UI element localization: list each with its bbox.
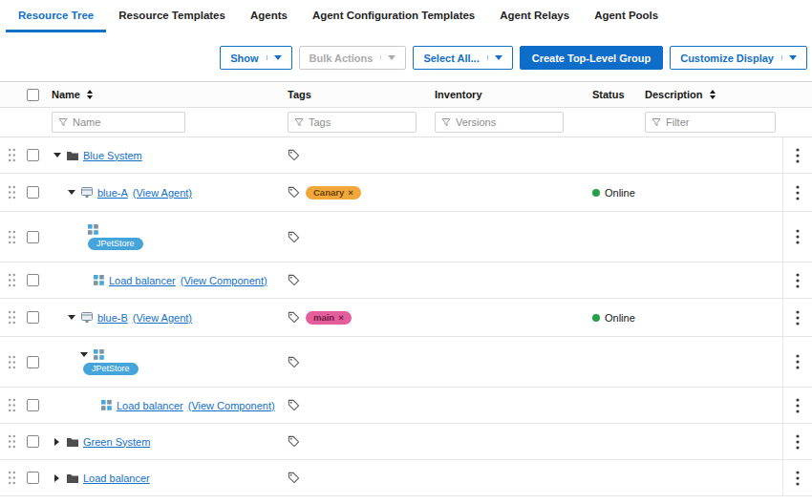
kebab-menu-icon[interactable] [796, 273, 800, 288]
tab-agents[interactable]: Agents [238, 0, 300, 32]
caret-down-icon[interactable] [66, 315, 76, 320]
tag-icon[interactable] [288, 231, 300, 243]
kebab-menu-icon[interactable] [796, 148, 800, 163]
row-actions-cell [782, 299, 812, 336]
sort-arrows-icon[interactable] [710, 90, 716, 99]
tag-icon[interactable] [288, 356, 300, 368]
row-checkbox[interactable] [27, 435, 39, 448]
kebab-menu-icon[interactable] [796, 185, 800, 200]
row-checkbox[interactable] [27, 274, 39, 286]
resource-name-link[interactable]: blue-A [97, 187, 128, 199]
component-icon [94, 275, 104, 285]
row-checkbox[interactable] [27, 356, 39, 368]
resource-name-link[interactable]: Load balancer [83, 472, 150, 484]
sort-arrows-icon[interactable] [87, 90, 93, 99]
inventory-cell [429, 299, 587, 336]
row-checkbox-cell [23, 212, 52, 262]
inventory-cell [429, 137, 587, 173]
kebab-menu-icon[interactable] [796, 310, 800, 326]
kebab-menu-icon[interactable] [796, 434, 800, 450]
inventory-cell [429, 460, 587, 495]
drag-handle[interactable] [0, 424, 23, 459]
kebab-menu-icon[interactable] [796, 398, 800, 413]
tab-agent-configuration-templates[interactable]: Agent Configuration Templates [300, 0, 487, 32]
create-top-level-group-button[interactable]: Create Top-Level Group [520, 46, 663, 70]
customize-display-button[interactable]: Customize Display [670, 46, 807, 70]
row-checkbox[interactable] [27, 472, 39, 484]
name-filter-input[interactable] [73, 116, 179, 128]
tag-pill[interactable]: main× [306, 311, 352, 325]
funnel-icon [441, 117, 451, 127]
drag-handle[interactable] [0, 212, 23, 262]
online-status-dot [592, 314, 600, 322]
column-header-description[interactable]: Description [641, 82, 782, 107]
tag-pill[interactable]: Canary× [306, 186, 361, 200]
caret-down-icon[interactable] [78, 352, 89, 357]
remove-tag-icon[interactable]: × [338, 312, 344, 324]
filter-row [0, 108, 812, 137]
tab-resource-tree[interactable]: Resource Tree [6, 0, 106, 32]
component-pill[interactable]: JPetStore [88, 238, 143, 250]
tag-icon[interactable] [288, 274, 300, 286]
tag-icon[interactable] [288, 186, 300, 199]
tag-icon[interactable] [288, 472, 300, 484]
resource-name-link[interactable]: Load balancer [117, 400, 183, 411]
description-cell [641, 424, 782, 459]
chevron-down-icon [781, 55, 797, 60]
select-all-button[interactable]: Select All... [413, 46, 512, 70]
caret-down-icon[interactable] [66, 190, 76, 195]
resource-name-link[interactable]: Green System [83, 436, 150, 448]
row-checkbox[interactable] [27, 311, 39, 324]
show-button[interactable]: Show [220, 46, 291, 70]
tags-filter-input[interactable] [309, 116, 410, 128]
kebab-menu-icon[interactable] [796, 354, 800, 369]
resource-name-link[interactable]: blue-B [97, 312, 128, 324]
view-link[interactable]: (View Agent) [133, 312, 192, 324]
name-cell: blue-A(View Agent) [52, 174, 281, 211]
row-checkbox[interactable] [27, 231, 39, 243]
column-header-name[interactable]: Name [52, 82, 281, 107]
select-all-checkbox[interactable] [27, 89, 39, 101]
view-link[interactable]: (View Agent) [133, 187, 192, 199]
drag-handle[interactable] [0, 137, 23, 173]
tab-agent-relays[interactable]: Agent Relays [487, 0, 582, 32]
caret-down-icon[interactable] [52, 153, 62, 158]
view-link[interactable]: (View Component) [181, 275, 267, 286]
agent-icon [81, 312, 93, 323]
row-checkbox[interactable] [27, 399, 39, 411]
tags-cell [281, 262, 429, 298]
tag-icon[interactable] [288, 311, 300, 324]
drag-handle[interactable] [0, 388, 23, 423]
description-filter-input[interactable] [666, 116, 769, 128]
tag-icon[interactable] [288, 149, 300, 161]
tab-resource-templates[interactable]: Resource Templates [106, 0, 238, 32]
inventory-filter-input[interactable] [456, 116, 557, 128]
tags-cell [281, 212, 429, 262]
drag-handle[interactable] [0, 460, 23, 495]
inventory-cell [429, 174, 587, 211]
component-icon [94, 349, 104, 360]
drag-handle[interactable] [0, 262, 23, 298]
drag-handle[interactable] [0, 299, 23, 336]
drag-handle[interactable] [0, 174, 23, 211]
table-row: Load balancer(View Component) [0, 262, 812, 299]
description-cell [641, 174, 782, 211]
drag-handle[interactable] [0, 337, 23, 387]
status-cell [587, 460, 641, 495]
view-link[interactable]: (View Component) [188, 400, 275, 411]
tab-agent-pools[interactable]: Agent Pools [582, 0, 671, 32]
tag-icon[interactable] [288, 399, 300, 411]
name-cell: Load balancer(View Component) [52, 388, 281, 423]
component-pill[interactable]: JPetStore [83, 363, 139, 375]
row-checkbox[interactable] [27, 186, 39, 199]
row-checkbox[interactable] [27, 149, 39, 161]
caret-right-icon[interactable] [52, 474, 62, 482]
kebab-menu-icon[interactable] [796, 229, 800, 244]
tag-icon[interactable] [288, 435, 300, 448]
remove-tag-icon[interactable]: × [348, 187, 353, 199]
table-body: Blue Systemblue-A(View Agent)Canary×Onli… [0, 137, 812, 496]
resource-name-link[interactable]: Blue System [83, 150, 142, 161]
caret-right-icon[interactable] [52, 438, 62, 446]
kebab-menu-icon[interactable] [796, 471, 800, 486]
resource-name-link[interactable]: Load balancer [109, 275, 176, 286]
